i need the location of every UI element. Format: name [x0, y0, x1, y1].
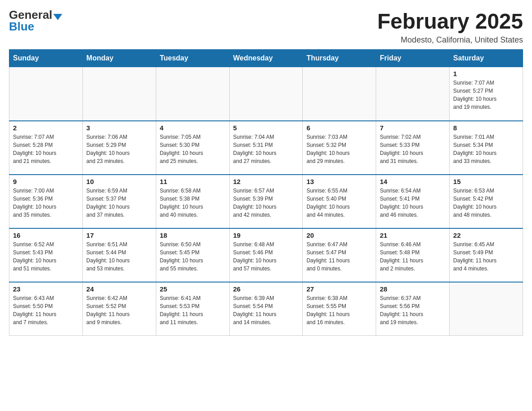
day-number: 21 — [380, 231, 446, 239]
day-number: 24 — [86, 285, 152, 293]
calendar-cell: 26Sunrise: 6:39 AM Sunset: 5:54 PM Dayli… — [229, 282, 303, 336]
day-info: Sunrise: 7:03 AM Sunset: 5:32 PM Dayligh… — [306, 133, 372, 165]
calendar-cell: 18Sunrise: 6:50 AM Sunset: 5:45 PM Dayli… — [156, 228, 229, 282]
day-info: Sunrise: 6:52 AM Sunset: 5:43 PM Dayligh… — [13, 240, 79, 273]
calendar-cell: 20Sunrise: 6:47 AM Sunset: 5:47 PM Dayli… — [303, 228, 376, 282]
day-number: 23 — [13, 285, 79, 293]
day-info: Sunrise: 7:00 AM Sunset: 5:36 PM Dayligh… — [13, 187, 79, 219]
day-info: Sunrise: 6:39 AM Sunset: 5:54 PM Dayligh… — [233, 294, 299, 326]
day-number: 22 — [453, 231, 519, 239]
calendar-cell — [82, 67, 156, 121]
day-number: 11 — [160, 178, 226, 185]
calendar-cell — [9, 67, 83, 121]
day-number: 19 — [233, 231, 299, 239]
day-number: 3 — [86, 124, 152, 132]
calendar-cell: 25Sunrise: 6:41 AM Sunset: 5:53 PM Dayli… — [156, 282, 229, 336]
day-info: Sunrise: 7:01 AM Sunset: 5:34 PM Dayligh… — [453, 133, 519, 165]
calendar-week-1: 1Sunrise: 7:07 AM Sunset: 5:27 PM Daylig… — [9, 67, 523, 121]
weekday-header-thursday: Thursday — [303, 50, 376, 67]
calendar-cell: 2Sunrise: 7:07 AM Sunset: 5:28 PM Daylig… — [9, 121, 83, 175]
day-info: Sunrise: 7:07 AM Sunset: 5:27 PM Dayligh… — [453, 79, 519, 111]
logo-blue-text: Blue — [9, 21, 34, 32]
day-info: Sunrise: 6:58 AM Sunset: 5:38 PM Dayligh… — [160, 187, 226, 219]
calendar-cell: 6Sunrise: 7:03 AM Sunset: 5:32 PM Daylig… — [303, 121, 376, 175]
day-number: 6 — [306, 124, 372, 132]
calendar-cell: 24Sunrise: 6:42 AM Sunset: 5:52 PM Dayli… — [82, 282, 156, 336]
calendar-cell: 10Sunrise: 6:59 AM Sunset: 5:37 PM Dayli… — [82, 175, 156, 228]
calendar-cell: 14Sunrise: 6:54 AM Sunset: 5:41 PM Dayli… — [376, 175, 450, 228]
logo: General Blue — [9, 9, 62, 32]
weekday-header-monday: Monday — [82, 50, 156, 67]
day-number: 1 — [453, 70, 519, 77]
day-number: 5 — [233, 124, 299, 132]
day-info: Sunrise: 7:06 AM Sunset: 5:29 PM Dayligh… — [86, 133, 152, 165]
day-info: Sunrise: 7:07 AM Sunset: 5:28 PM Dayligh… — [13, 133, 79, 165]
calendar-cell: 5Sunrise: 7:04 AM Sunset: 5:31 PM Daylig… — [229, 121, 303, 175]
weekday-header-tuesday: Tuesday — [156, 50, 229, 67]
day-info: Sunrise: 6:55 AM Sunset: 5:40 PM Dayligh… — [306, 187, 372, 219]
calendar-cell — [156, 67, 229, 121]
calendar-cell: 13Sunrise: 6:55 AM Sunset: 5:40 PM Dayli… — [303, 175, 376, 228]
title-section: February 2025 Modesto, California, Unite… — [377, 9, 523, 45]
calendar-cell — [376, 67, 450, 121]
calendar-week-3: 9Sunrise: 7:00 AM Sunset: 5:36 PM Daylig… — [9, 175, 523, 228]
calendar-cell: 7Sunrise: 7:02 AM Sunset: 5:33 PM Daylig… — [376, 121, 450, 175]
day-info: Sunrise: 7:05 AM Sunset: 5:30 PM Dayligh… — [160, 133, 226, 165]
day-info: Sunrise: 6:38 AM Sunset: 5:55 PM Dayligh… — [306, 294, 372, 326]
day-number: 9 — [13, 178, 79, 185]
calendar-cell: 27Sunrise: 6:38 AM Sunset: 5:55 PM Dayli… — [303, 282, 376, 336]
weekday-header-sunday: Sunday — [9, 50, 83, 67]
calendar-cell: 9Sunrise: 7:00 AM Sunset: 5:36 PM Daylig… — [9, 175, 83, 228]
day-number: 28 — [380, 285, 446, 293]
day-info: Sunrise: 6:37 AM Sunset: 5:56 PM Dayligh… — [380, 294, 446, 326]
day-number: 8 — [453, 124, 519, 132]
day-info: Sunrise: 6:42 AM Sunset: 5:52 PM Dayligh… — [86, 294, 152, 326]
logo-triangle-icon — [53, 14, 62, 20]
location-subtitle: Modesto, California, United States — [377, 35, 523, 45]
calendar-cell: 23Sunrise: 6:43 AM Sunset: 5:50 PM Dayli… — [9, 282, 83, 336]
calendar-cell: 22Sunrise: 6:45 AM Sunset: 5:49 PM Dayli… — [450, 228, 523, 282]
day-info: Sunrise: 7:04 AM Sunset: 5:31 PM Dayligh… — [233, 133, 299, 165]
day-info: Sunrise: 6:41 AM Sunset: 5:53 PM Dayligh… — [160, 294, 226, 326]
weekday-header-wednesday: Wednesday — [229, 50, 303, 67]
calendar-cell: 8Sunrise: 7:01 AM Sunset: 5:34 PM Daylig… — [450, 121, 523, 175]
weekday-header-row: SundayMondayTuesdayWednesdayThursdayFrid… — [9, 50, 523, 67]
day-info: Sunrise: 6:51 AM Sunset: 5:44 PM Dayligh… — [86, 240, 152, 273]
calendar-cell: 1Sunrise: 7:07 AM Sunset: 5:27 PM Daylig… — [450, 67, 523, 121]
day-number: 12 — [233, 178, 299, 185]
day-info: Sunrise: 6:54 AM Sunset: 5:41 PM Dayligh… — [380, 187, 446, 219]
month-title: February 2025 — [377, 9, 523, 34]
day-info: Sunrise: 6:57 AM Sunset: 5:39 PM Dayligh… — [233, 187, 299, 219]
calendar-cell: 17Sunrise: 6:51 AM Sunset: 5:44 PM Dayli… — [82, 228, 156, 282]
day-info: Sunrise: 6:59 AM Sunset: 5:37 PM Dayligh… — [86, 187, 152, 219]
calendar-week-2: 2Sunrise: 7:07 AM Sunset: 5:28 PM Daylig… — [9, 121, 523, 175]
calendar-cell — [303, 67, 376, 121]
day-number: 18 — [160, 231, 226, 239]
day-number: 25 — [160, 285, 226, 293]
calendar-cell: 4Sunrise: 7:05 AM Sunset: 5:30 PM Daylig… — [156, 121, 229, 175]
calendar-cell: 19Sunrise: 6:48 AM Sunset: 5:46 PM Dayli… — [229, 228, 303, 282]
day-number: 2 — [13, 124, 79, 132]
calendar-cell — [229, 67, 303, 121]
day-info: Sunrise: 6:45 AM Sunset: 5:49 PM Dayligh… — [453, 240, 519, 273]
day-number: 4 — [160, 124, 226, 132]
day-number: 27 — [306, 285, 372, 293]
calendar-cell: 16Sunrise: 6:52 AM Sunset: 5:43 PM Dayli… — [9, 228, 83, 282]
calendar-cell: 28Sunrise: 6:37 AM Sunset: 5:56 PM Dayli… — [376, 282, 450, 336]
day-info: Sunrise: 6:48 AM Sunset: 5:46 PM Dayligh… — [233, 240, 299, 273]
day-info: Sunrise: 7:02 AM Sunset: 5:33 PM Dayligh… — [380, 133, 446, 165]
calendar-cell: 3Sunrise: 7:06 AM Sunset: 5:29 PM Daylig… — [82, 121, 156, 175]
page-header: General Blue February 2025 Modesto, Cali… — [9, 9, 523, 45]
calendar-cell: 15Sunrise: 6:53 AM Sunset: 5:42 PM Dayli… — [450, 175, 523, 228]
day-number: 26 — [233, 285, 299, 293]
day-info: Sunrise: 6:53 AM Sunset: 5:42 PM Dayligh… — [453, 187, 519, 219]
calendar-cell: 11Sunrise: 6:58 AM Sunset: 5:38 PM Dayli… — [156, 175, 229, 228]
day-number: 13 — [306, 178, 372, 185]
day-number: 16 — [13, 231, 79, 239]
day-info: Sunrise: 6:43 AM Sunset: 5:50 PM Dayligh… — [13, 294, 79, 326]
calendar-table: SundayMondayTuesdayWednesdayThursdayFrid… — [9, 49, 523, 336]
day-info: Sunrise: 6:47 AM Sunset: 5:47 PM Dayligh… — [306, 240, 372, 273]
day-info: Sunrise: 6:50 AM Sunset: 5:45 PM Dayligh… — [160, 240, 226, 273]
day-number: 15 — [453, 178, 519, 185]
calendar-week-4: 16Sunrise: 6:52 AM Sunset: 5:43 PM Dayli… — [9, 228, 523, 282]
